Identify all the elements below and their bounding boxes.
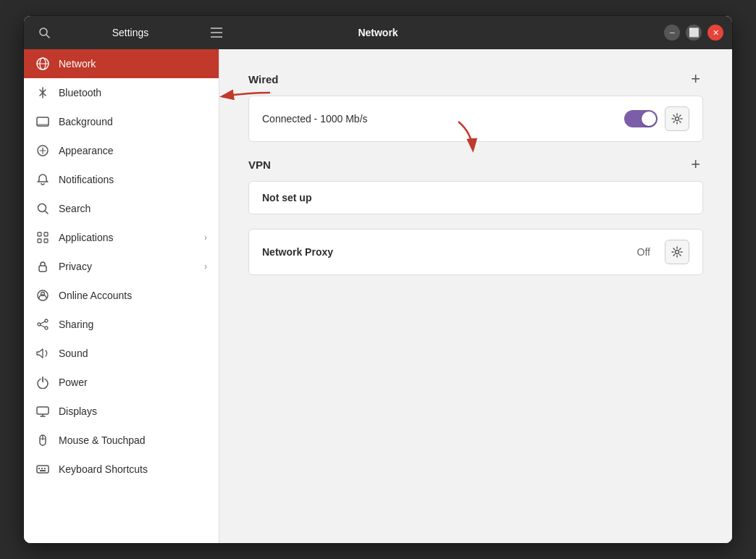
svg-point-11 <box>38 204 46 212</box>
svg-rect-17 <box>39 266 46 272</box>
wired-connection-label: Connected - 1000 Mb/s <box>262 113 624 125</box>
sidebar-label-background: Background <box>59 116 207 127</box>
appearance-icon <box>35 143 50 158</box>
sidebar-label-online-accounts: Online Accounts <box>59 290 207 301</box>
sidebar-item-appearance[interactable]: Appearance <box>24 136 219 165</box>
proxy-label: Network Proxy <box>262 246 637 258</box>
wired-card: Connected - 1000 Mb/s <box>248 96 703 142</box>
proxy-status: Off <box>637 246 650 258</box>
sidebar-item-notifications[interactable]: Notifications <box>24 165 219 194</box>
applications-chevron-icon: › <box>204 232 207 243</box>
wired-add-button[interactable]: + <box>688 71 703 87</box>
power-icon <box>35 375 50 390</box>
svg-rect-31 <box>37 466 49 473</box>
bluetooth-icon <box>35 85 50 100</box>
svg-point-21 <box>38 323 41 326</box>
sidebar-label-bluetooth: Bluetooth <box>59 87 207 98</box>
sidebar-item-displays[interactable]: Displays <box>24 397 219 426</box>
maximize-button[interactable]: ⬜ <box>686 25 702 41</box>
hamburger-button[interactable] <box>205 21 228 44</box>
main-content: Wired + Connected - 1000 Mb/s V <box>219 49 732 543</box>
titlebar: Settings Network − ⬜ ✕ <box>24 16 732 49</box>
sidebar-item-power[interactable]: Power <box>24 368 219 397</box>
sidebar-item-sound[interactable]: Sound <box>24 339 219 368</box>
svg-rect-13 <box>38 232 41 236</box>
sidebar-item-sharing[interactable]: Sharing <box>24 310 219 339</box>
sidebar-item-search[interactable]: Search <box>24 194 219 223</box>
svg-rect-32 <box>38 468 40 469</box>
sharing-icon <box>35 317 50 332</box>
sidebar-label-sound: Sound <box>59 348 207 359</box>
svg-rect-15 <box>38 239 41 243</box>
proxy-row: Network Proxy Off <box>249 230 702 274</box>
displays-icon <box>35 404 50 419</box>
sidebar-item-privacy[interactable]: Privacy› <box>24 252 219 281</box>
svg-rect-33 <box>41 468 43 469</box>
sidebar-label-power: Power <box>59 377 207 388</box>
sidebar-item-mouse-touchpad[interactable]: Mouse & Touchpad <box>24 426 219 455</box>
window-controls: − ⬜ ✕ <box>664 25 723 41</box>
notifications-icon <box>35 172 50 187</box>
svg-rect-16 <box>44 239 48 243</box>
sidebar-label-applications: Applications <box>59 232 196 243</box>
svg-point-20 <box>45 319 48 322</box>
vpn-add-button[interactable]: + <box>688 156 703 172</box>
sidebar-label-sharing: Sharing <box>59 319 207 330</box>
sidebar-item-background[interactable]: Background <box>24 107 219 136</box>
svg-line-1 <box>46 35 49 38</box>
wired-title: Wired <box>248 73 279 85</box>
privacy-icon <box>35 259 50 274</box>
search-button[interactable] <box>33 21 56 44</box>
sidebar-label-notifications: Notifications <box>59 174 207 185</box>
svg-rect-35 <box>40 470 46 471</box>
wired-connection-row: Connected - 1000 Mb/s <box>249 96 702 141</box>
wired-settings-button[interactable] <box>665 106 689 131</box>
proxy-card: Network Proxy Off <box>248 229 703 275</box>
sidebar-label-appearance: Appearance <box>59 145 207 156</box>
wired-toggle[interactable] <box>624 110 658 127</box>
vpn-section-header: VPN + <box>248 156 703 172</box>
applications-icon <box>35 230 50 245</box>
wired-section-header: Wired + <box>248 71 703 87</box>
vpn-title: VPN <box>248 159 271 171</box>
settings-window: Settings Network − ⬜ ✕ NetworkBluetoothB… <box>23 15 733 544</box>
sidebar-label-network: Network <box>59 58 207 70</box>
svg-line-24 <box>41 325 45 327</box>
sidebar: NetworkBluetoothBackgroundAppearanceNoti… <box>24 49 219 543</box>
online-accounts-icon <box>35 288 50 303</box>
sidebar-item-applications[interactable]: Applications› <box>24 223 219 252</box>
sidebar-item-online-accounts[interactable]: Online Accounts <box>24 281 219 310</box>
mouse-touchpad-icon <box>35 433 50 447</box>
keyboard-shortcuts-icon <box>35 462 50 476</box>
proxy-settings-button[interactable] <box>665 240 689 264</box>
svg-point-22 <box>45 327 48 329</box>
sidebar-item-bluetooth[interactable]: Bluetooth <box>24 78 219 107</box>
minimize-button[interactable]: − <box>664 25 680 41</box>
titlebar-left: Settings <box>33 21 228 44</box>
sidebar-label-search: Search <box>59 203 207 214</box>
svg-point-37 <box>676 251 679 254</box>
sidebar-label-keyboard-shortcuts: Keyboard Shortcuts <box>59 463 207 475</box>
vpn-not-set-row: Not set up <box>249 182 702 214</box>
privacy-chevron-icon: › <box>204 261 207 272</box>
sound-icon <box>35 346 50 361</box>
sidebar-label-displays: Displays <box>59 405 207 417</box>
background-icon <box>35 114 50 129</box>
svg-point-19 <box>41 293 45 296</box>
svg-line-23 <box>41 321 45 324</box>
sidebar-label-privacy: Privacy <box>59 261 196 272</box>
sidebar-item-keyboard-shortcuts[interactable]: Keyboard Shortcuts <box>24 455 219 484</box>
network-icon <box>35 56 50 71</box>
vpn-card: Not set up <box>248 181 703 214</box>
svg-line-12 <box>46 211 49 214</box>
svg-rect-14 <box>44 232 48 236</box>
page-title: Network <box>358 27 398 38</box>
vpn-not-set-label: Not set up <box>262 192 689 203</box>
content-area: NetworkBluetoothBackgroundAppearanceNoti… <box>24 49 732 543</box>
sidebar-item-network[interactable]: Network <box>24 49 219 78</box>
search-icon <box>35 201 50 216</box>
svg-rect-34 <box>44 468 46 469</box>
app-name: Settings <box>62 27 199 38</box>
close-button[interactable]: ✕ <box>707 25 723 41</box>
svg-rect-25 <box>37 407 49 414</box>
